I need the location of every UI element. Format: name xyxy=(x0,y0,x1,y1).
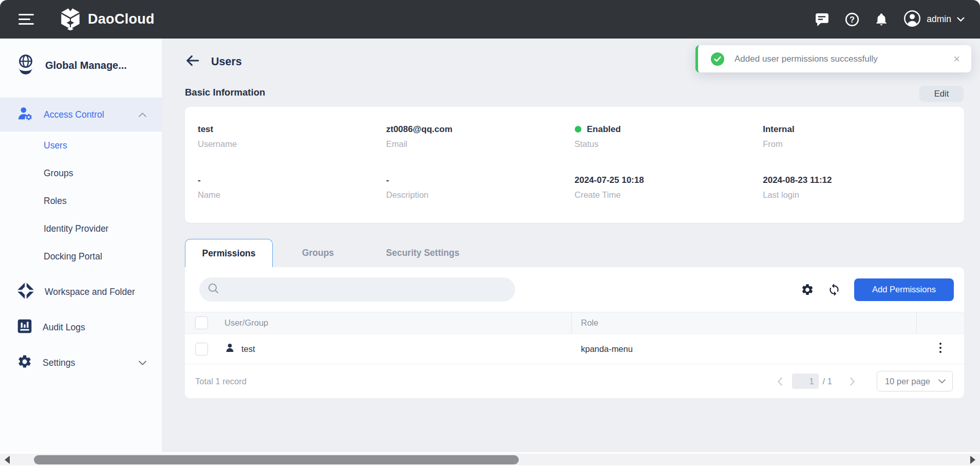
sidebar-item-label: Users xyxy=(44,140,67,151)
sidebar-item-label: Identity Provider xyxy=(44,223,108,234)
kebab-menu-icon[interactable] xyxy=(939,342,942,356)
field-create-time: 2024-07-25 10:18 Create Time xyxy=(575,175,763,200)
brand[interactable]: DaoCloud xyxy=(60,7,155,32)
scroll-right-icon[interactable] xyxy=(970,456,975,464)
scroll-left-icon[interactable] xyxy=(5,456,10,464)
close-icon[interactable]: × xyxy=(953,53,960,65)
table-footer: Total 1 record 1 / 1 10 per page xyxy=(185,364,964,398)
sidebar-item-label: Docking Portal xyxy=(44,251,102,262)
tab-security-settings[interactable]: Security Settings xyxy=(363,239,482,267)
sidebar-item-access-control[interactable]: Access Control xyxy=(0,98,162,132)
sidebar-item-label: Groups xyxy=(44,168,73,179)
sidebar-item-label: Access Control xyxy=(44,109,104,120)
chat-icon[interactable] xyxy=(815,12,830,26)
sidebar: Global Manage... Access Control Users Gr… xyxy=(0,39,162,452)
detail-tabs: Permissions Groups Security Settings xyxy=(185,239,964,267)
scrollbar-thumb[interactable] xyxy=(34,455,519,464)
sidebar-item-groups[interactable]: Groups xyxy=(0,159,162,187)
success-check-icon xyxy=(711,52,724,66)
next-page-icon[interactable] xyxy=(847,375,857,388)
scrollbar-track[interactable] xyxy=(0,454,980,465)
help-icon[interactable]: ? xyxy=(845,12,859,27)
chevron-up-icon xyxy=(139,113,146,117)
svg-text:?: ? xyxy=(850,14,855,24)
field-username: test Username xyxy=(198,124,386,149)
add-permissions-button[interactable]: Add Permissions xyxy=(854,278,954,301)
search-input[interactable] xyxy=(224,277,515,302)
edit-button[interactable]: Edit xyxy=(919,86,964,102)
column-user-group: User/Group xyxy=(218,312,571,333)
field-last-login: 2024-08-23 11:12 Last login xyxy=(763,175,951,200)
page-size-label: 10 per page xyxy=(885,377,930,386)
prev-page-icon[interactable] xyxy=(775,375,785,388)
toast-message: Added user permissions successfully xyxy=(734,54,878,64)
sidebar-item-label: Workspace and Folder xyxy=(45,287,135,297)
permissions-panel: Add Permissions User/Group Role xyxy=(185,267,964,398)
bell-icon[interactable] xyxy=(875,12,888,26)
user-menu[interactable]: admin xyxy=(903,10,965,29)
search-box[interactable] xyxy=(199,277,515,302)
select-all-checkbox[interactable] xyxy=(195,316,208,329)
sidebar-product[interactable]: Global Manage... xyxy=(0,50,162,81)
person-icon xyxy=(224,343,235,356)
page-size-select[interactable]: 10 per page xyxy=(877,371,953,391)
basic-information-card: test Username zt0086@qq.com Email Enable… xyxy=(185,107,964,223)
field-status: Enabled Status xyxy=(575,124,763,149)
sidebar-item-settings[interactable]: Settings xyxy=(0,349,162,377)
globe-icon xyxy=(16,54,35,77)
search-icon xyxy=(208,283,219,296)
back-arrow-icon[interactable] xyxy=(185,54,199,69)
menu-toggle-button[interactable] xyxy=(18,14,34,25)
topbar: DaoCloud ? xyxy=(0,0,980,39)
chevron-down-icon xyxy=(139,361,146,365)
column-actions xyxy=(916,312,964,333)
username-label: admin xyxy=(927,14,951,25)
sidebar-item-label: Audit Logs xyxy=(43,322,85,333)
row-role: kpanda-menu xyxy=(572,334,917,364)
total-records-label: Total 1 record xyxy=(195,377,247,386)
chevron-down-icon xyxy=(938,379,946,384)
avatar-icon xyxy=(903,10,921,29)
refresh-icon[interactable] xyxy=(827,283,841,296)
sidebar-item-label: Settings xyxy=(43,358,75,368)
sidebar-item-workspace-and-folder[interactable]: Workspace and Folder xyxy=(0,278,162,306)
row-user-name: test xyxy=(241,344,255,354)
field-email: zt0086@qq.com Email xyxy=(386,124,575,149)
sidebar-item-docking-portal[interactable]: Docking Portal xyxy=(0,242,162,270)
status-dot xyxy=(575,126,581,133)
product-label: Global Manage... xyxy=(45,60,127,71)
audit-logs-icon xyxy=(17,319,32,337)
field-from: Internal From xyxy=(763,124,951,149)
gear-icon[interactable] xyxy=(801,283,814,296)
page-count-label: / 1 xyxy=(823,377,832,386)
workspace-icon xyxy=(17,282,34,302)
basic-information-title: Basic Information xyxy=(185,87,265,98)
tab-groups[interactable]: Groups xyxy=(273,239,363,267)
table-row[interactable]: test kpanda-menu xyxy=(185,334,964,364)
gear-icon xyxy=(17,354,32,372)
brand-name: DaoCloud xyxy=(88,11,155,27)
horizontal-scrollbar xyxy=(0,452,980,467)
field-description: - Description xyxy=(386,175,575,200)
daocloud-logo-icon xyxy=(60,7,81,32)
user-gear-icon xyxy=(17,105,33,124)
sidebar-item-identity-provider[interactable]: Identity Provider xyxy=(0,215,162,242)
chevron-down-icon xyxy=(957,15,965,24)
table-header: User/Group Role xyxy=(185,312,964,334)
field-name: - Name xyxy=(198,175,386,200)
sidebar-item-users[interactable]: Users xyxy=(0,132,162,159)
sidebar-item-roles[interactable]: Roles xyxy=(0,187,162,215)
column-role: Role xyxy=(571,312,916,333)
tab-permissions[interactable]: Permissions xyxy=(185,239,273,267)
current-page-input[interactable]: 1 xyxy=(792,373,819,389)
row-checkbox[interactable] xyxy=(195,343,208,356)
success-toast: Added user permissions successfully × xyxy=(695,45,971,72)
page-title: Users xyxy=(211,55,242,68)
sidebar-item-audit-logs[interactable]: Audit Logs xyxy=(0,313,162,341)
sidebar-item-label: Roles xyxy=(44,196,67,207)
main-content: Added user permissions successfully × Us… xyxy=(162,39,980,452)
